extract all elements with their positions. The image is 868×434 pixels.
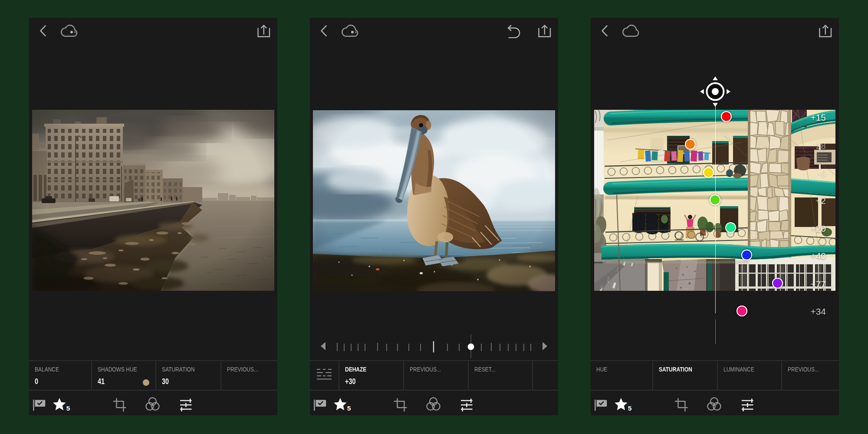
svg-text:5: 5 — [628, 404, 632, 412]
svg-text:5: 5 — [66, 404, 70, 412]
svg-text:5: 5 — [347, 404, 351, 412]
